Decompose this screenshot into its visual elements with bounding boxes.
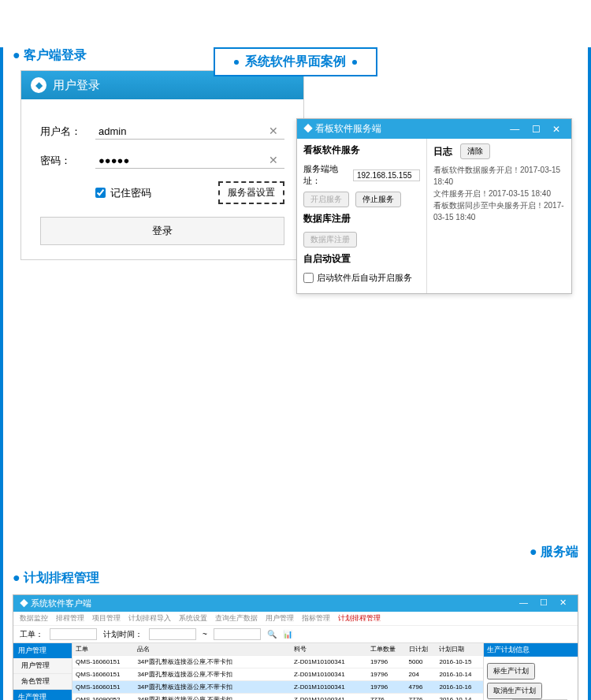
log-heading: 日志 (433, 145, 452, 158)
toolbar-order-label: 工单： (20, 629, 43, 640)
app-icon: ◆ (31, 77, 46, 93)
log-line: 文件服务开启！2017-03-15 18:40 (433, 188, 565, 199)
close-icon[interactable]: ✕ (548, 124, 565, 135)
autostart-heading: 自启动设置 (303, 252, 420, 267)
section-schedule-title: ● 计划排程管理 (13, 570, 578, 586)
schedule-menubar: 数据监控排程管理项目管理计划排程导入系统设置查询生产数据用户管理指标管理计划排程… (13, 612, 578, 626)
schedule-window: ◆ 系统软件客户端 — ☐ ✕ 数据监控排程管理项目管理计划排程导入系统设置查询… (13, 594, 578, 700)
log-lines: 看板软件数据服务开启！2017-03-15 18:40 文件服务开启！2017-… (433, 164, 565, 223)
schedule-title: 系统软件客户端 (31, 598, 91, 608)
log-line: 看板数据同步至中央服务开启！2017-03-15 18:40 (433, 199, 565, 223)
server-window: ◆ 看板软件服务端 — ☐ ✕ 看板软件服务 服务端地址： 开启服务 停止服务 … (296, 118, 572, 294)
menu-item[interactable]: 用户管理 (266, 613, 294, 624)
clear-username-icon[interactable]: ✕ (266, 125, 281, 137)
toolbar-order-input[interactable] (50, 628, 97, 640)
sidebar-item[interactable]: 用户管理 (13, 658, 72, 674)
db-register-button[interactable]: 数据库注册 (303, 232, 357, 248)
autostart-label: 启动软件后自动开启服务 (317, 272, 412, 284)
column-header[interactable]: 工单 (72, 643, 134, 656)
log-line: 看板软件数据服务开启！2017-03-15 18:40 (433, 164, 565, 188)
db-heading: 数据库注册 (303, 212, 420, 227)
detail-header: 生产计划信息 (484, 643, 578, 657)
column-header[interactable]: 日计划 (406, 643, 437, 656)
menu-item[interactable]: 排程管理 (56, 613, 84, 624)
btn-cancel-plan[interactable]: 取消生产计划 (487, 683, 542, 699)
schedule-toolbar: 工单： 计划时间： ~ 🔍 📊 (13, 626, 578, 643)
menu-item[interactable]: 计划排程管理 (338, 613, 381, 624)
column-header[interactable]: 料号 (291, 643, 367, 656)
login-submit-button[interactable]: 登录 (40, 217, 284, 245)
toolbar-date-label: 计划时间： (103, 629, 143, 640)
username-input[interactable] (98, 125, 266, 137)
autostart-checkbox[interactable] (303, 273, 314, 283)
sidebar-group-header[interactable]: 用户管理 (13, 643, 72, 658)
menu-item[interactable]: 计划排程导入 (128, 613, 171, 624)
login-title: 用户登录 (53, 78, 100, 93)
server-app-icon: ◆ (303, 123, 315, 134)
minimize-icon[interactable]: — (515, 598, 533, 607)
bullet-icon (352, 60, 357, 65)
sched-app-icon: ◆ (20, 598, 31, 608)
toolbar-date-input2[interactable] (214, 628, 261, 640)
column-header[interactable]: 品名 (134, 643, 291, 656)
maximize-icon[interactable]: ☐ (527, 124, 545, 135)
column-header[interactable]: 计划日期 (436, 643, 483, 656)
server-window-title: 看板软件服务端 (315, 123, 381, 134)
section-server-title: ● 服务端 (13, 544, 578, 560)
server-settings-button[interactable]: 服务器设置 (218, 181, 284, 204)
table-row[interactable]: QMS-1606015134P圆孔整板连接器公座,不带卡扣Z-D01M10100… (72, 681, 483, 694)
remember-checkbox-wrap[interactable]: 记住密码 (95, 186, 151, 200)
menu-item[interactable]: 查询生产数据 (215, 613, 258, 624)
table-row[interactable]: QMS-1606015134P圆孔整板连接器公座,不带卡扣Z-D01M10100… (72, 656, 483, 668)
server-addr-label: 服务端地址： (303, 163, 350, 187)
minimize-icon[interactable]: — (505, 124, 524, 135)
service-heading: 看板软件服务 (303, 143, 420, 158)
menu-item[interactable]: 指标管理 (302, 613, 330, 624)
menu-item[interactable]: 项目管理 (92, 613, 121, 624)
bullet-icon (234, 60, 239, 65)
remember-label: 记住密码 (110, 186, 151, 200)
schedule-sidebar: 用户管理用户管理角色管理生产管理数据监控排程管理项目管理计划排程导入系统设置数据… (13, 643, 72, 700)
schedule-titlebar: ◆ 系统软件客户端 — ☐ ✕ (13, 595, 578, 612)
page-title-badge: 系统软件界面案例 (214, 47, 377, 76)
maximize-icon[interactable]: ☐ (535, 598, 552, 607)
btn-mark-plan[interactable]: 标生产计划 (487, 663, 535, 680)
username-label: 用户名： (40, 125, 95, 139)
sidebar-item[interactable]: 角色管理 (13, 674, 72, 690)
close-icon[interactable]: ✕ (555, 598, 571, 607)
search-icon[interactable]: 🔍 (267, 630, 277, 639)
clear-log-button[interactable]: 清除 (460, 143, 490, 159)
server-addr-input[interactable] (353, 169, 420, 181)
start-service-button[interactable]: 开启服务 (303, 192, 349, 207)
remember-checkbox[interactable] (95, 188, 106, 198)
page-title: 系统软件界面案例 (245, 54, 346, 70)
password-label: 密码： (40, 154, 95, 168)
menu-item[interactable]: 系统设置 (179, 613, 207, 624)
autostart-checkbox-wrap[interactable]: 启动软件后自动开启服务 (303, 272, 420, 284)
export-icon[interactable]: 📊 (283, 630, 292, 639)
schedule-detail-panel: 生产计划信息 标生产计划 取消生产计划 编号：工单：品名：料号：工单数量：日计划… (483, 643, 578, 700)
password-input[interactable] (98, 155, 266, 166)
table-row[interactable]: QMS-1606015134P圆孔整板连接器公座,不带卡扣Z-D01M10100… (72, 668, 483, 681)
column-header[interactable]: 工单数量 (367, 643, 406, 656)
table-row[interactable]: QMS-1609005234P圆孔整板连接器公座,不带卡扣Z-D01M10100… (72, 694, 483, 701)
clear-password-icon[interactable]: ✕ (266, 154, 281, 166)
schedule-table[interactable]: 工单品名料号工单数量日计划计划日期QMS-1606015134P圆孔整板连接器公… (72, 643, 483, 700)
sidebar-group-header[interactable]: 生产管理 (13, 690, 72, 700)
toolbar-date-input[interactable] (149, 628, 196, 640)
server-titlebar: ◆ 看板软件服务端 — ☐ ✕ (297, 119, 571, 139)
login-window: ◆ 用户登录 用户名： ✕ 密码： ✕ 记住密码 (20, 70, 304, 260)
stop-service-button[interactable]: 停止服务 (355, 192, 401, 207)
menu-item[interactable]: 数据监控 (20, 613, 48, 624)
